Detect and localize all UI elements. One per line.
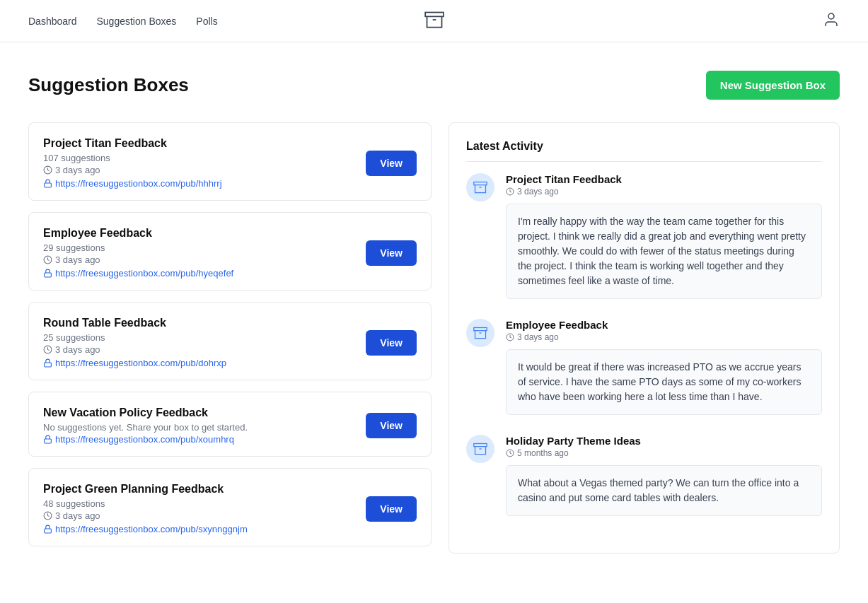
card-link[interactable]: https://freesuggestionbox.com/pub/xoumhr… [43,434,248,445]
card-title: New Vacation Policy Feedback [43,406,248,419]
suggestion-card: Project Green Planning Feedback48 sugges… [28,468,432,546]
activity-comment: What about a Vegas themed party? We can … [506,465,822,516]
svg-rect-8 [45,363,52,367]
card-info: New Vacation Policy FeedbackNo suggestio… [43,406,248,445]
view-button[interactable]: View [366,240,417,266]
clock-icon [506,449,514,457]
lock-icon [43,435,52,444]
user-icon[interactable] [823,18,840,30]
svg-rect-0 [425,12,444,16]
suggestion-card: Round Table Feedback25 suggestions 3 day… [28,302,432,380]
card-meta: 107 suggestions [43,153,222,163]
activity-time: 3 days ago [506,187,822,197]
card-time: 3 days ago [43,510,248,521]
activity-body: Employee Feedback 3 days agoIt would be … [506,319,822,415]
activity-item: Project Titan Feedback 3 days agoI'm rea… [466,173,822,299]
card-title: Project Titan Feedback [43,137,222,150]
view-button[interactable]: View [366,496,417,522]
clock-icon [506,333,514,341]
svg-rect-12 [474,182,487,185]
navbar: Dashboard Suggestion Boxes Polls [0,0,868,42]
box-small-icon [473,326,487,340]
page-title: Suggestion Boxes [28,74,189,96]
suggestion-card: Employee Feedback29 suggestions 3 days a… [28,212,432,291]
activity-time: 3 days ago [506,332,822,342]
card-time: 3 days ago [43,165,222,175]
lock-icon [43,525,52,534]
nav-suggestion-boxes[interactable]: Suggestion Boxes [97,16,177,27]
card-title: Round Table Feedback [43,317,226,329]
clock-icon [43,345,52,354]
activity-item: Holiday Party Theme Ideas 5 months agoWh… [466,435,822,516]
latest-activity-panel: Latest Activity Project Titan Feedback 3… [449,122,840,554]
nav-dashboard[interactable]: Dashboard [28,16,77,27]
svg-rect-11 [45,529,52,533]
two-column-layout: Project Titan Feedback107 suggestions 3 … [28,122,840,554]
card-title: Project Green Planning Feedback [43,483,248,496]
card-meta: 29 suggestions [43,242,233,253]
activity-list: Project Titan Feedback 3 days agoI'm rea… [466,173,822,516]
card-info: Round Table Feedback25 suggestions 3 day… [43,317,226,368]
activity-box-title: Project Titan Feedback [506,173,822,185]
activity-section-title: Latest Activity [466,140,822,162]
new-suggestion-button[interactable]: New Suggestion Box [706,71,840,100]
activity-comment: I'm really happy with the way the team c… [506,204,822,299]
activity-box-title: Employee Feedback [506,319,822,331]
card-info: Employee Feedback29 suggestions 3 days a… [43,227,233,279]
activity-avatar [466,435,494,463]
suggestion-boxes-list: Project Titan Feedback107 suggestions 3 … [28,122,432,554]
activity-comment: It would be great if there was increased… [506,349,822,415]
svg-rect-6 [45,273,52,277]
clock-icon [43,165,52,175]
svg-point-2 [828,13,834,19]
card-info: Project Titan Feedback107 suggestions 3 … [43,137,222,189]
nav-logo [424,10,444,33]
clock-icon [43,255,52,264]
card-time: 3 days ago [43,344,226,355]
card-info: Project Green Planning Feedback48 sugges… [43,483,248,534]
card-meta: No suggestions yet. Share your box to ge… [43,422,248,433]
nav-polls[interactable]: Polls [196,16,217,27]
card-link[interactable]: https://freesuggestionbox.com/pub/dohrxp [43,358,226,368]
svg-rect-18 [474,444,487,447]
card-link[interactable]: https://freesuggestionbox.com/pub/hhhrrj [43,178,222,189]
activity-item: Employee Feedback 3 days agoIt would be … [466,319,822,415]
box-small-icon [473,180,487,194]
clock-icon [506,187,514,196]
activity-time: 5 months ago [506,448,822,458]
card-time: 3 days ago [43,254,233,265]
activity-body: Holiday Party Theme Ideas 5 months agoWh… [506,435,822,516]
card-link[interactable]: https://freesuggestionbox.com/pub/sxynng… [43,524,248,534]
card-meta: 25 suggestions [43,332,226,343]
activity-avatar [466,173,494,201]
card-title: Employee Feedback [43,227,233,240]
suggestion-card: Project Titan Feedback107 suggestions 3 … [28,122,432,201]
activity-box-title: Holiday Party Theme Ideas [506,435,822,447]
svg-rect-15 [474,328,487,331]
view-button[interactable]: View [366,151,417,176]
main-content: Suggestion Boxes New Suggestion Box Proj… [0,42,868,582]
svg-rect-4 [45,183,52,187]
svg-rect-9 [45,439,52,443]
nav-user[interactable] [823,11,840,31]
box-logo-icon [424,20,444,32]
box-small-icon [473,442,487,456]
clock-icon [43,511,52,520]
lock-icon [43,358,52,368]
activity-body: Project Titan Feedback 3 days agoI'm rea… [506,173,822,299]
page-header: Suggestion Boxes New Suggestion Box [28,71,840,100]
card-link[interactable]: https://freesuggestionbox.com/pub/hyeqef… [43,268,233,279]
view-button[interactable]: View [366,330,417,356]
card-meta: 48 suggestions [43,498,248,509]
lock-icon [43,179,52,188]
lock-icon [43,269,52,278]
view-button[interactable]: View [366,413,417,438]
nav-links: Dashboard Suggestion Boxes Polls [28,16,218,27]
suggestion-card: New Vacation Policy FeedbackNo suggestio… [28,392,432,457]
activity-avatar [466,319,494,347]
